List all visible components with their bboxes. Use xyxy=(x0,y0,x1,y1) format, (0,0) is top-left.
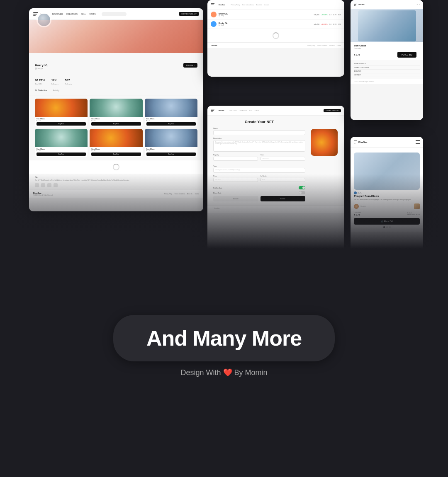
create-connect-btn[interactable]: CONNECT WALLET xyxy=(324,109,341,112)
mobile-hamburger-icon[interactable] xyxy=(416,140,420,144)
detail-social-icon: in xyxy=(417,4,418,5)
profile-bio: Bio The NFT Web Transform The Highlights… xyxy=(29,174,203,190)
nft-item-3: Sun-Glass ♦ 1.75 Buy Now xyxy=(145,99,197,127)
facebook-icon[interactable] xyxy=(47,183,51,187)
description-input[interactable]: Displaying this entry contains to the NF… xyxy=(213,140,305,152)
detail-screenshot-card: DiveSea in 𝕏 Sun-Glass Current Bid ♦ 1.7… xyxy=(351,0,423,120)
spinner-icon xyxy=(113,164,119,170)
cancel-button[interactable]: Cancel xyxy=(213,196,258,201)
screenshots-area: DiveSea DISCOVER CREATORS SELL STATS CON… xyxy=(0,0,448,298)
profile-nav-links: DISCOVER CREATORS SELL STATS xyxy=(52,13,95,15)
filter-30d[interactable]: 30 Days xyxy=(60,283,71,286)
mobile-second-creator xyxy=(414,203,420,209)
detail-link-terms[interactable]: TERM & CONDITIONS xyxy=(354,66,420,70)
profile-footer: DiveSea © 2022 DivSea All Rights Reserve… xyxy=(29,190,203,198)
detail-link-about[interactable]: ABOUT US xyxy=(354,70,420,73)
put-on-sale-row: Put On Sale xyxy=(213,186,305,189)
create-logo-icon xyxy=(211,109,214,112)
linkedin-icon[interactable] xyxy=(41,183,45,187)
create-title: Create Your NFT xyxy=(213,120,305,124)
nft-img-4 xyxy=(35,129,88,147)
stats-logo-icon xyxy=(32,266,37,270)
nft-img-5 xyxy=(90,129,142,147)
profile-nav: DiveSea DISCOVER CREATORS SELL STATS CON… xyxy=(29,8,203,20)
create-preview xyxy=(309,120,338,201)
profile-name: Harry K. xyxy=(35,63,197,67)
nft-buy-btn-4[interactable]: Buy Now xyxy=(37,153,86,156)
mobile-place-bid-button[interactable]: 🛒 Place Bid xyxy=(354,218,420,225)
table-row-avatar-2 xyxy=(211,21,217,27)
profile-stat-following: 587 Following xyxy=(65,75,72,85)
profile-connect-btn[interactable]: CONNECT WALLET xyxy=(179,12,199,16)
filter-24h[interactable]: 24 Hours xyxy=(35,283,46,286)
design-credit-text: Design With ❤️ By Momin xyxy=(180,368,267,377)
profile-stat-followers: 12K Followers xyxy=(51,75,58,85)
and-many-more-badge: And Many More xyxy=(113,315,335,361)
nft-buy-btn-1[interactable]: Buy Now xyxy=(37,122,86,126)
heart-icon: ❤️ xyxy=(223,368,232,377)
bio-text: The NFT Web Transform The Highlights of … xyxy=(35,179,197,182)
profile-avatar xyxy=(37,12,51,27)
nft-buy-btn-3[interactable]: Buy Now xyxy=(146,122,196,126)
place-bid-button[interactable]: PLACE BID xyxy=(397,52,416,58)
mobile-nft-desc: The NFT Web Transform The Highlights The… xyxy=(354,199,420,201)
stats-table-header: Rank Creator Volume Change xyxy=(35,289,197,293)
nft-buy-btn-2[interactable]: Buy Now xyxy=(91,122,141,126)
twitter-icon[interactable] xyxy=(54,183,58,187)
table-screenshot-card: DiveSea Privacy Policy Term & Conditions… xyxy=(207,0,344,77)
nft-buy-btn-6[interactable]: Buy Now xyxy=(146,153,196,156)
instagram-icon[interactable] xyxy=(35,183,39,187)
create-screenshot-card: DiveSea DISCOVER CREATORS SELL STATS CON… xyxy=(207,106,344,280)
nft-buy-btn-5[interactable]: Buy Now xyxy=(91,153,141,156)
stats-filters: 24 Hours 7 Days 30 Days xyxy=(35,283,197,286)
filter-7d[interactable]: 7 Days xyxy=(48,283,58,286)
footer-links: Privacy Policy Term & Conditions About U… xyxy=(164,193,199,195)
nft-img-3 xyxy=(145,99,197,117)
stats-body: Leaderboard NFTs 24 Hours 7 Days 30 Days… xyxy=(29,273,203,298)
profile-hero xyxy=(29,20,203,53)
profile-tabs: 🖼 Collection Activity xyxy=(29,87,203,95)
detail-link-privacy[interactable]: PRIVACY POLICY xyxy=(354,62,420,66)
table-row-1: Union Cla. By Jerry ♦ 4,485 +27.76% 2.4 … xyxy=(207,10,344,19)
stats-connect-btn[interactable]: CONNECT WALLET xyxy=(180,266,200,270)
detail-nav: DiveSea in 𝕏 xyxy=(351,0,423,9)
direct-sale-toggle[interactable] xyxy=(299,191,305,194)
direct-sale-label: Direct Sale xyxy=(213,192,222,194)
stats-nav-links: DISCOVER CREATORS SELL STATS xyxy=(55,267,89,269)
size-input[interactable]: 3000 x 3000 xyxy=(261,157,305,161)
name-input[interactable] xyxy=(213,130,305,135)
royalty-label: Royalty xyxy=(213,154,258,156)
stats-page-title: Leaderboard NFTs xyxy=(35,276,197,281)
create-body: Create Your NFT Name Description Display… xyxy=(207,116,344,206)
table-loader xyxy=(207,29,344,42)
mobile-screenshot-card: DiveSea AlwYo Project Sun-Gl xyxy=(351,137,423,269)
nft-item-1: Sun-Glass ♦ 1.75 Buy Now xyxy=(35,99,88,127)
mobile-brand: DiveSea xyxy=(358,141,367,143)
nft-item-6: Sun-Glass ♦ 1.75 Buy Now xyxy=(145,129,197,157)
royalty-input[interactable] xyxy=(213,157,258,161)
nft-item-2: Sun-Glass ♦ 1.75 Buy Now xyxy=(90,99,142,127)
nft-img-1 xyxy=(35,99,88,117)
profile-screenshot-card: DiveSea DISCOVER CREATORS SELL STATS CON… xyxy=(29,8,203,211)
nft-img-6 xyxy=(145,129,197,147)
stock-input[interactable]: ETH xyxy=(261,178,305,182)
tab-collection[interactable]: 🖼 Collection xyxy=(35,89,47,93)
create-footer-brand: DiveSea xyxy=(211,208,341,209)
mobile-bid-row: Current Bid ♦ 1.75 Ends In LEFT UNTIL SO… xyxy=(354,212,420,216)
create-preview-image xyxy=(311,129,338,156)
profile-follow-button[interactable]: FOLLOW + xyxy=(183,63,197,68)
price-input[interactable]: ETH Price xyxy=(213,178,258,182)
create-submit-button[interactable]: Create xyxy=(261,196,306,201)
detail-copyright: © 2022 DiveSea All Rights Reserved. xyxy=(351,79,423,84)
tab-activity[interactable]: Activity xyxy=(53,89,59,93)
tags-input[interactable]: Enter Tags to describe your NFT (Free Sh… xyxy=(213,168,305,173)
put-on-sale-toggle[interactable] xyxy=(299,186,305,189)
stats-screenshot-card: DiveSea DISCOVER CREATORS SELL STATS CON… xyxy=(29,263,203,298)
table-nav: DiveSea Privacy Policy Term & Conditions… xyxy=(207,0,344,10)
stats-nav: DiveSea DISCOVER CREATORS SELL STATS CON… xyxy=(29,263,203,273)
mobile-nft-name: Project Sun-Glass xyxy=(354,195,420,198)
direct-sale-row: Direct Sale xyxy=(213,191,305,194)
create-nav: DiveSea DISCOVER CREATORS SELL STATS CON… xyxy=(207,106,344,116)
profile-loader xyxy=(29,160,203,174)
detail-link-contact[interactable]: CONTACT xyxy=(354,73,420,77)
